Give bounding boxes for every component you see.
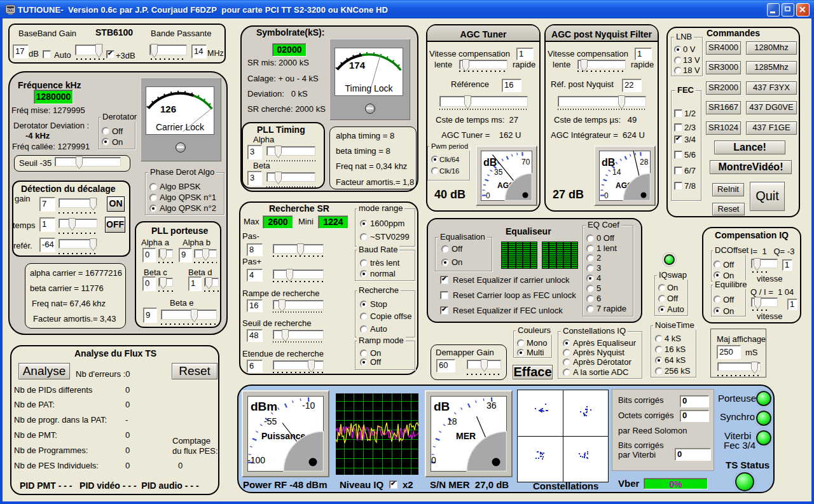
svg-text:dB: dB — [483, 157, 497, 168]
svg-text:DVB: DVB — [6, 8, 15, 11]
svg-text:36: 36 — [486, 400, 497, 411]
svg-text:0: 0 — [431, 455, 436, 465]
svg-text:174: 174 — [349, 60, 366, 71]
svg-text:126: 126 — [160, 104, 176, 114]
svg-text:-10: -10 — [302, 400, 315, 411]
svg-text:Carrier Lock: Carrier Lock — [156, 122, 205, 132]
svg-text:28: 28 — [640, 158, 649, 167]
svg-text:-100: -100 — [247, 455, 265, 465]
svg-text:-55: -55 — [264, 416, 277, 426]
svg-text:35: 35 — [494, 168, 503, 177]
svg-text:14: 14 — [612, 168, 621, 177]
svg-text:Timing Lock: Timing Lock — [345, 83, 394, 93]
svg-text:18: 18 — [447, 416, 457, 426]
svg-text:dBm: dBm — [251, 400, 277, 413]
svg-text:MER: MER — [456, 431, 476, 441]
svg-text:70: 70 — [521, 158, 530, 167]
svg-text:dB: dB — [602, 157, 615, 168]
svg-text:0: 0 — [604, 191, 609, 200]
svg-text:0: 0 — [486, 191, 490, 200]
svg-text:dB: dB — [434, 400, 450, 413]
